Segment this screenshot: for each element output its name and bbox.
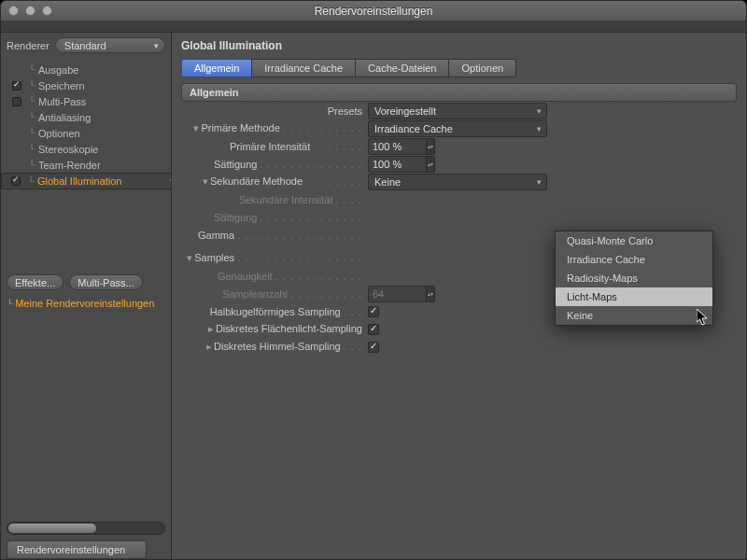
disclosure-icon[interactable]: ▾	[199, 175, 208, 188]
popup-option[interactable]: Quasi-Monte Carlo	[556, 231, 712, 250]
scrollbar-thumb[interactable]	[8, 524, 96, 533]
spinner-icon[interactable]: ▴▾	[426, 156, 435, 173]
renderer-dropdown[interactable]: Standard	[55, 37, 165, 53]
disclosure-icon[interactable]: ▾	[190, 122, 199, 134]
tree-branch-icon: └	[7, 299, 12, 309]
sidebar: Renderer Standard └Ausgabe └Speichern └M…	[1, 33, 172, 559]
minimize-icon[interactable]	[25, 6, 35, 16]
grip-bar[interactable]	[1, 21, 746, 33]
spinner-icon: ▴▾	[426, 286, 435, 302]
row-primary-intensity: Primäre Intensität . . . . . . . 100 %▴▾	[181, 137, 746, 155]
row-presets: Presets Voreingestellt	[181, 102, 746, 119]
preset-label: Meine Rendervoreinstellungen	[15, 298, 154, 309]
row-primary-method: ▾Primäre Methode . . . . . . . . . . . I…	[181, 119, 746, 137]
popup-option[interactable]: Keine	[556, 306, 712, 325]
sidebar-item-teamrender[interactable]: └Team-Render	[1, 157, 171, 173]
section-header: Allgemein	[181, 83, 737, 102]
body: Renderer Standard └Ausgabe └Speichern └M…	[1, 33, 746, 559]
tab-bar: Allgemein Irradiance Cache Cache-Dateien…	[181, 59, 737, 77]
effects-button[interactable]: Effekte...	[7, 274, 63, 290]
sidebar-item-optionen[interactable]: └Optionen	[1, 125, 171, 141]
sidebar-item-stereoskopie[interactable]: └Stereoskopie	[1, 141, 171, 157]
checkbox-icon[interactable]	[11, 176, 21, 186]
primary-intensity-field[interactable]: 100 %	[368, 138, 427, 155]
spinner-icon[interactable]: ▴▾	[426, 138, 435, 155]
tab-optionen[interactable]: Optionen	[448, 59, 516, 77]
secondary-method-dropdown[interactable]: Keine	[368, 174, 547, 190]
renderer-label: Renderer	[7, 40, 49, 51]
traffic-lights	[8, 6, 52, 16]
disclosure-icon[interactable]: ▸	[204, 323, 214, 335]
sidebar-scrollbar[interactable]	[7, 522, 165, 535]
preset-row[interactable]: └ Meine Rendervoreinstellungen	[1, 294, 171, 313]
tab-irradiance-cache[interactable]: Irradiance Cache	[251, 59, 356, 77]
tab-allgemein[interactable]: Allgemein	[181, 59, 252, 77]
disclosure-icon[interactable]: ▸	[203, 341, 212, 353]
main-panel: Global Illumination Allgemein Irradiance…	[172, 33, 746, 559]
panel-title: Global Illumination	[172, 33, 746, 56]
row-sky-sampling: ▸Diskretes Himmel-Sampling . . .	[181, 338, 746, 356]
renderer-row: Renderer Standard	[1, 33, 171, 58]
titlebar[interactable]: Rendervoreinstellungen	[1, 1, 746, 21]
sidebar-item-multipass[interactable]: └Multi-Pass	[1, 93, 171, 109]
checkbox-icon[interactable]	[12, 97, 21, 106]
primary-saturation-field[interactable]: 100 %	[368, 156, 427, 173]
window: Rendervoreinstellungen Renderer Standard…	[0, 0, 747, 560]
popup-option[interactable]: Licht-Maps	[556, 287, 712, 306]
tab-cache-dateien[interactable]: Cache-Dateien	[355, 59, 449, 77]
row-secondary-saturation: Sättigung . . . . . . . . . . . . . .	[181, 208, 746, 226]
row-secondary-intensity: Sekundäre Intensität . . . .	[181, 190, 746, 208]
checkbox-icon[interactable]	[12, 81, 21, 91]
row-primary-saturation: Sättigung . . . . . . . . . . . . . . 10…	[181, 155, 746, 173]
secondary-method-popup: Quasi-Monte Carlo Irradiance Cache Radio…	[555, 231, 713, 326]
close-icon[interactable]	[8, 6, 19, 16]
settings-tree: └Ausgabe └Speichern └Multi-Pass └Antiali…	[1, 58, 171, 271]
presets-dropdown[interactable]: Voreingestellt	[368, 103, 547, 119]
zoom-icon[interactable]	[42, 6, 52, 16]
sidebar-item-speichern[interactable]: └Speichern	[1, 77, 171, 93]
primary-method-dropdown[interactable]: Irradiance Cache	[368, 120, 547, 137]
samplecount-field: 64	[368, 286, 427, 302]
sky-sampling-checkbox[interactable]	[368, 342, 379, 353]
sidebar-item-global-illumination[interactable]: └Global Illumination	[1, 173, 171, 189]
sidebar-buttons: Effekte... Multi-Pass...	[1, 271, 171, 294]
area-sampling-checkbox[interactable]	[368, 324, 379, 335]
row-secondary-method: ▾Sekundäre Methode . . . . . . . . Keine	[181, 173, 746, 190]
disclosure-icon[interactable]: ▾	[183, 252, 192, 264]
hemisphere-checkbox[interactable]	[368, 306, 379, 317]
window-title: Rendervoreinstellungen	[1, 5, 746, 18]
popup-option[interactable]: Radiosity-Maps	[556, 269, 712, 287]
sidebar-item-antialiasing[interactable]: └Antialiasing	[1, 109, 171, 125]
sidebar-item-ausgabe[interactable]: └Ausgabe	[1, 62, 171, 77]
popup-option[interactable]: Irradiance Cache	[556, 250, 712, 269]
multipass-button[interactable]: Multi-Pass...	[69, 274, 143, 290]
sidebar-tab[interactable]: Rendervoreinstellungen	[7, 540, 147, 559]
